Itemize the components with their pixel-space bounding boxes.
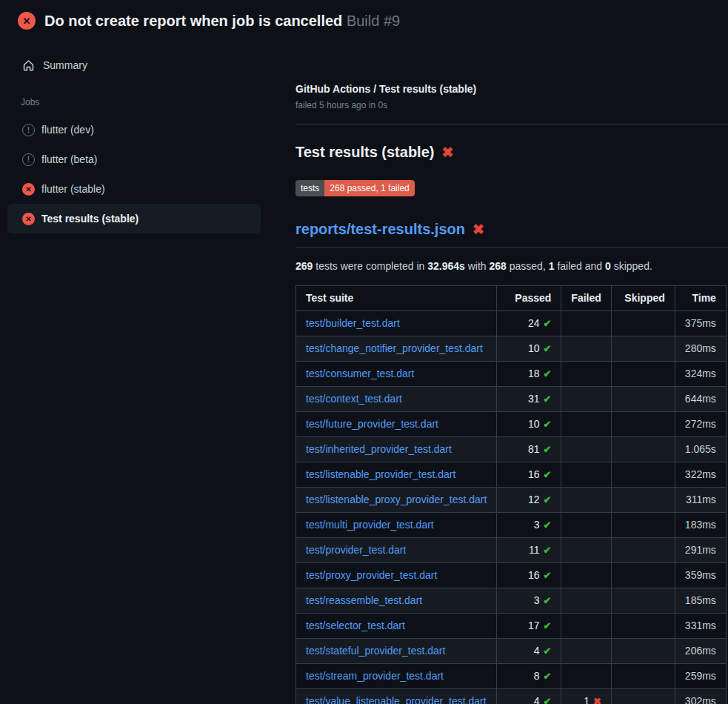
passed-cell: 4✔: [497, 689, 561, 704]
time-cell: 206ms: [675, 639, 726, 664]
duration-value: 32.964s: [427, 260, 465, 272]
total-count: 269: [295, 260, 313, 272]
check-icon: ✔: [543, 318, 551, 329]
check-icon: ✔: [543, 620, 551, 631]
passed-cell: 12✔: [497, 488, 561, 513]
check-icon: ✔: [543, 494, 551, 505]
test-suite-link[interactable]: test/consumer_test.dart: [306, 368, 414, 379]
skipped-cell: [611, 689, 675, 704]
check-icon: ✔: [543, 343, 551, 354]
passed-cell: 3✔: [497, 588, 561, 614]
time-cell: 375ms: [675, 311, 726, 336]
passed-cell: 17✔: [497, 614, 561, 639]
passed-cell: 31✔: [497, 387, 561, 412]
time-cell: 311ms: [675, 488, 726, 513]
test-suite-link[interactable]: test/multi_provider_test.dart: [306, 519, 434, 531]
test-suite-link[interactable]: test/inherited_provider_test.dart: [306, 443, 452, 455]
test-suite-link[interactable]: test/stream_provider_test.dart: [306, 670, 444, 682]
failed-cell: [561, 588, 611, 614]
failed-cell: [561, 387, 611, 412]
sidebar-summary-label: Summary: [43, 59, 87, 71]
passed-count: 268: [490, 260, 507, 272]
failed-cell: [561, 362, 611, 387]
test-results-table: Test suite Passed Failed Skipped Time te…: [295, 285, 727, 704]
check-icon: ✔: [543, 595, 551, 606]
passed-cell: 3✔: [497, 513, 561, 538]
check-icon: ✔: [543, 393, 551, 405]
failed-cell: [561, 412, 611, 437]
failed-cell: [561, 311, 611, 336]
test-suite-link[interactable]: test/builder_test.dart: [306, 317, 400, 329]
skipped-cell: [611, 563, 675, 588]
jobs-sidebar: Summary Jobs ! flutter (dev) ! flutter (…: [0, 37, 295, 704]
failed-cell: [561, 488, 611, 513]
time-cell: 359ms: [675, 563, 726, 588]
check-icon: ✔: [543, 696, 551, 704]
failed-cell: [561, 437, 611, 462]
check-run-content: GitHub Actions / Test results (stable) f…: [295, 37, 728, 704]
check-icon: ✔: [543, 671, 551, 682]
passed-cell: 16✔: [497, 462, 561, 488]
sidebar-item-summary[interactable]: Summary: [7, 55, 261, 76]
sidebar-item-flutter-beta[interactable]: ! flutter (beta): [7, 145, 261, 174]
skipped-cell: [611, 538, 675, 563]
skipped-cell: [611, 387, 675, 412]
failed-cell: [561, 336, 611, 362]
test-suite-link[interactable]: test/selector_test.dart: [306, 620, 405, 631]
table-row: test/change_notifier_provider_test.dart …: [296, 336, 727, 362]
failed-cross-icon: ✖: [472, 221, 484, 238]
badge-label: tests: [295, 180, 324, 196]
skipped-cell: [611, 639, 675, 664]
cancelled-icon: !: [22, 153, 35, 166]
test-suite-link[interactable]: test/provider_test.dart: [306, 544, 406, 556]
passed-cell: 81✔: [497, 437, 561, 462]
col-failed: Failed: [561, 286, 611, 311]
check-icon: ✔: [543, 368, 551, 379]
table-row: test/multi_provider_test.dart 3✔ 183ms: [296, 513, 727, 538]
test-suite-link[interactable]: test/context_test.dart: [306, 393, 402, 405]
test-suite-link[interactable]: test/change_notifier_provider_test.dart: [306, 342, 483, 354]
time-cell: 1.065s: [675, 437, 726, 462]
sidebar-item-test-results-stable[interactable]: ✕ Test results (stable): [7, 204, 261, 233]
check-icon: ✔: [543, 469, 551, 480]
skipped-cell: [611, 614, 675, 639]
table-row: test/value_listenable_provider_test.dart…: [296, 689, 727, 704]
passed-cell: 10✔: [497, 336, 561, 362]
skipped-cell: [611, 362, 675, 387]
table-row: test/builder_test.dart 24✔ 375ms: [296, 311, 727, 336]
check-icon: ✔: [543, 444, 551, 455]
passed-cell: 4✔: [497, 639, 561, 664]
test-suite-link[interactable]: test/stateful_provider_test.dart: [306, 645, 445, 657]
skipped-cell: [611, 462, 675, 488]
sidebar-item-flutter-dev[interactable]: ! flutter (dev): [7, 115, 261, 145]
report-file-link[interactable]: reports/test-results.json: [295, 221, 465, 238]
test-suite-link[interactable]: test/proxy_provider_test.dart: [306, 569, 437, 581]
time-cell: 322ms: [675, 462, 726, 488]
job-label: flutter (dev): [41, 124, 94, 136]
time-cell: 302ms: [675, 689, 726, 704]
test-suite-link[interactable]: test/future_provider_test.dart: [306, 418, 438, 430]
failed-cell: [561, 563, 611, 588]
skipped-cell: [611, 664, 675, 689]
sidebar-item-flutter-stable[interactable]: ✕ flutter (stable): [7, 174, 261, 204]
test-suite-link[interactable]: test/value_listenable_provider_test.dart: [306, 695, 487, 704]
workflow-run-title: Do not create report when job is cancell…: [44, 13, 342, 29]
skipped-cell: [611, 513, 675, 538]
failed-cross-icon: ✖: [441, 144, 453, 161]
check-icon: ✔: [543, 519, 551, 531]
test-suite-link[interactable]: test/listenable_provider_test.dart: [306, 468, 455, 480]
skipped-cell: [611, 437, 675, 462]
tests-badge: tests 268 passed, 1 failed: [295, 180, 415, 196]
col-time: Time: [675, 286, 726, 311]
test-suite-link[interactable]: test/listenable_proxy_provider_test.dart: [306, 494, 487, 505]
test-suite-link[interactable]: test/reassemble_test.dart: [306, 594, 422, 606]
skipped-cell: [611, 336, 675, 362]
tests-summary-sentence: 269 tests were completed in 32.964s with…: [295, 260, 728, 272]
badge-value: 268 passed, 1 failed: [324, 180, 414, 196]
skipped-cell: [611, 412, 675, 437]
time-cell: 183ms: [675, 513, 726, 538]
build-header: ✕ Do not create report when job is cance…: [0, 0, 728, 37]
job-label: Test results (stable): [41, 213, 138, 225]
skipped-cell: [611, 488, 675, 513]
jobs-section-heading: Jobs: [21, 97, 261, 107]
